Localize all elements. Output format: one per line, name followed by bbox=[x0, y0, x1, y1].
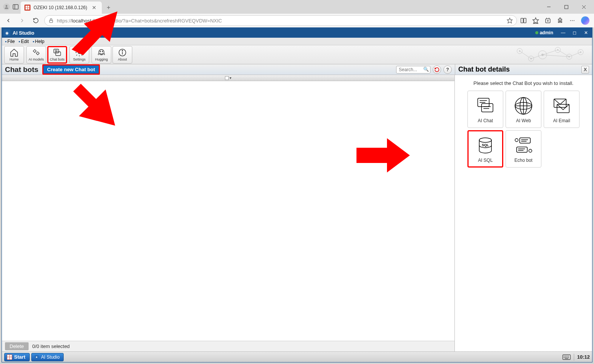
app-icon: ◉ bbox=[3, 29, 10, 36]
minimize-window-button[interactable] bbox=[540, 0, 557, 14]
toolbar: Home AI models Chat bots Settings Huggin… bbox=[2, 45, 592, 64]
menu-edit[interactable]: ▪Edit bbox=[17, 39, 31, 44]
gear-icon bbox=[32, 48, 41, 57]
echo-icon bbox=[513, 135, 534, 156]
svg-point-80 bbox=[565, 356, 566, 356]
browser-tab[interactable]: OZEKI 10 (192.168.0.126) ✕ bbox=[21, 2, 102, 14]
details-close-button[interactable]: X bbox=[581, 66, 589, 73]
keyboard-icon[interactable] bbox=[562, 354, 571, 360]
svg-rect-68 bbox=[520, 138, 530, 143]
main-area: ▾ Delete 0/0 item selected Please select… bbox=[2, 75, 592, 351]
panel-icon[interactable] bbox=[12, 3, 19, 10]
svg-text:SQL: SQL bbox=[482, 143, 489, 147]
svg-line-43 bbox=[558, 50, 569, 57]
svg-point-27 bbox=[78, 51, 80, 54]
extensions-icon[interactable] bbox=[557, 17, 563, 24]
new-tab-button[interactable]: + bbox=[103, 2, 114, 13]
toolbar-settings-button[interactable]: Settings bbox=[69, 46, 89, 64]
svg-point-0 bbox=[6, 5, 8, 7]
ai-chat-icon bbox=[475, 95, 496, 117]
favorites-icon[interactable] bbox=[532, 17, 539, 24]
svg-point-48 bbox=[541, 54, 544, 56]
list-panel: ▾ Delete 0/0 item selected bbox=[2, 75, 455, 351]
svg-rect-53 bbox=[482, 104, 493, 112]
svg-rect-23 bbox=[54, 49, 59, 53]
list-column-header[interactable]: ▾ bbox=[2, 75, 454, 81]
svg-rect-10 bbox=[524, 18, 526, 23]
url-field[interactable]: https://localhost:9515/... ...dio/?a=Cha… bbox=[44, 15, 517, 26]
menu-help[interactable]: ▪Help bbox=[31, 39, 46, 44]
app-close-button[interactable]: ✕ bbox=[581, 29, 591, 36]
details-header: Chat bot details X bbox=[455, 64, 592, 75]
help-button[interactable]: ? bbox=[443, 65, 452, 74]
forward-button[interactable] bbox=[17, 15, 27, 26]
create-chat-bot-button[interactable]: Create new Chat bot bbox=[42, 64, 100, 75]
collections-icon[interactable] bbox=[544, 17, 551, 24]
menu-bar: ▪File ▪Edit ▪Help bbox=[2, 38, 592, 45]
svg-marker-11 bbox=[533, 18, 539, 24]
copilot-icon[interactable] bbox=[581, 16, 589, 25]
user-status[interactable]: admin bbox=[535, 30, 553, 35]
svg-point-30 bbox=[102, 51, 103, 52]
search-icon[interactable]: 🔍 bbox=[423, 67, 429, 72]
svg-line-42 bbox=[543, 50, 558, 55]
close-window-button[interactable] bbox=[575, 0, 592, 14]
chevron-down-icon[interactable]: ▾ bbox=[230, 76, 231, 80]
svg-point-50 bbox=[568, 56, 570, 57]
svg-rect-77 bbox=[563, 354, 570, 359]
toolbar-about-button[interactable]: About bbox=[112, 46, 132, 64]
toolbar-chat-bots-button[interactable]: Chat bots bbox=[47, 46, 67, 64]
svg-rect-7 bbox=[50, 20, 53, 22]
address-bar: https://localhost:9515/... ...dio/?a=Cha… bbox=[0, 14, 594, 27]
search-wrapper: 🔍 bbox=[396, 66, 430, 73]
tab-title: OZEKI 10 (192.168.0.126) bbox=[34, 5, 87, 10]
split-screen-icon[interactable] bbox=[520, 17, 527, 24]
chat-icon bbox=[53, 48, 62, 57]
app-title: AI Studio bbox=[13, 30, 34, 36]
content-header: Chat bots Create new Chat bot 🔍 ? bbox=[2, 64, 455, 75]
svg-point-46 bbox=[519, 50, 520, 52]
toolbar-hugging-button[interactable]: Hugging bbox=[92, 46, 111, 64]
browser-chrome: OZEKI 10 (192.168.0.126) ✕ + https://loc… bbox=[0, 0, 594, 27]
refresh-button[interactable] bbox=[433, 65, 441, 74]
star-icon[interactable] bbox=[507, 18, 513, 24]
svg-point-79 bbox=[564, 356, 564, 356]
list-body bbox=[2, 81, 454, 341]
sql-icon: SQL bbox=[475, 135, 496, 156]
toolbar-ai-models-button[interactable]: AI models bbox=[26, 46, 46, 64]
svg-point-49 bbox=[557, 49, 559, 51]
app-maximize-button[interactable]: ◻ bbox=[570, 29, 579, 36]
taskbar-ai-studio-button[interactable]: AI Studio bbox=[31, 353, 64, 361]
svg-rect-4 bbox=[565, 5, 568, 9]
settings-icon bbox=[75, 48, 84, 57]
close-tab-icon[interactable]: ✕ bbox=[90, 5, 98, 11]
more-icon[interactable] bbox=[569, 17, 576, 24]
maximize-window-button[interactable] bbox=[557, 0, 575, 14]
bot-tile-ai-web[interactable]: AI Web bbox=[506, 91, 541, 128]
bot-tile-ai-email[interactable]: AI Email bbox=[544, 91, 580, 128]
svg-point-19 bbox=[572, 20, 573, 21]
hugging-icon bbox=[97, 48, 106, 57]
svg-point-76 bbox=[36, 356, 37, 358]
bot-tile-ai-sql[interactable]: SQL AI SQL bbox=[467, 130, 503, 168]
svg-point-20 bbox=[573, 20, 574, 21]
toolbar-home-button[interactable]: Home bbox=[4, 46, 24, 64]
bot-tile-ai-chat[interactable]: AI Chat bbox=[467, 91, 503, 128]
svg-rect-72 bbox=[517, 147, 527, 152]
reload-button[interactable] bbox=[31, 15, 41, 26]
app-minimize-button[interactable]: — bbox=[559, 29, 568, 36]
start-button[interactable]: Start bbox=[4, 353, 30, 361]
menu-file[interactable]: ▪File bbox=[3, 39, 16, 44]
back-button[interactable] bbox=[3, 15, 14, 26]
delete-button[interactable]: Delete bbox=[5, 342, 29, 350]
network-decoration-icon bbox=[508, 45, 588, 64]
globe-icon bbox=[513, 95, 534, 117]
profile-icon[interactable] bbox=[3, 3, 10, 10]
bot-tile-echo-bot[interactable]: Echo bot bbox=[506, 130, 541, 168]
taskbar-app-icon bbox=[34, 354, 39, 360]
select-all-checkbox[interactable] bbox=[225, 76, 229, 80]
app-window: ◉ AI Studio admin — ◻ ✕ ▪File ▪Edit ▪Hel… bbox=[2, 27, 592, 362]
svg-point-86 bbox=[568, 357, 568, 358]
svg-point-83 bbox=[564, 357, 564, 358]
list-footer: Delete 0/0 item selected bbox=[2, 341, 454, 351]
